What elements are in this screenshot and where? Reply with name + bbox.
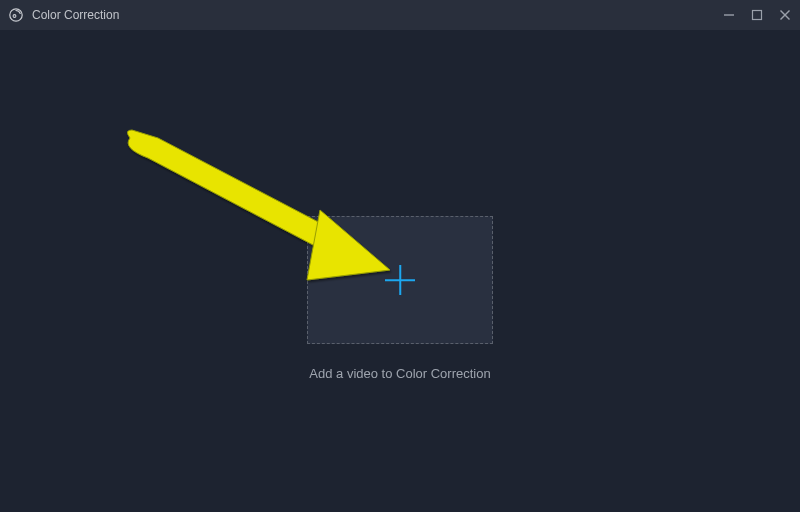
maximize-button[interactable]	[750, 8, 764, 22]
minimize-button[interactable]	[722, 8, 736, 22]
app-icon	[8, 7, 24, 23]
title-bar: Color Correction	[0, 0, 800, 30]
minimize-icon	[723, 9, 735, 21]
add-video-dropzone[interactable]	[307, 216, 493, 344]
svg-rect-3	[753, 11, 762, 20]
plus-icon	[385, 265, 415, 295]
dropzone-hint: Add a video to Color Correction	[0, 366, 800, 381]
maximize-icon	[751, 9, 763, 21]
window-title: Color Correction	[32, 8, 119, 22]
close-icon	[779, 9, 791, 21]
window-controls	[722, 8, 792, 22]
svg-point-1	[13, 15, 16, 18]
content-area: Add a video to Color Correction	[0, 30, 800, 512]
close-button[interactable]	[778, 8, 792, 22]
app-window: Color Correction	[0, 0, 800, 512]
